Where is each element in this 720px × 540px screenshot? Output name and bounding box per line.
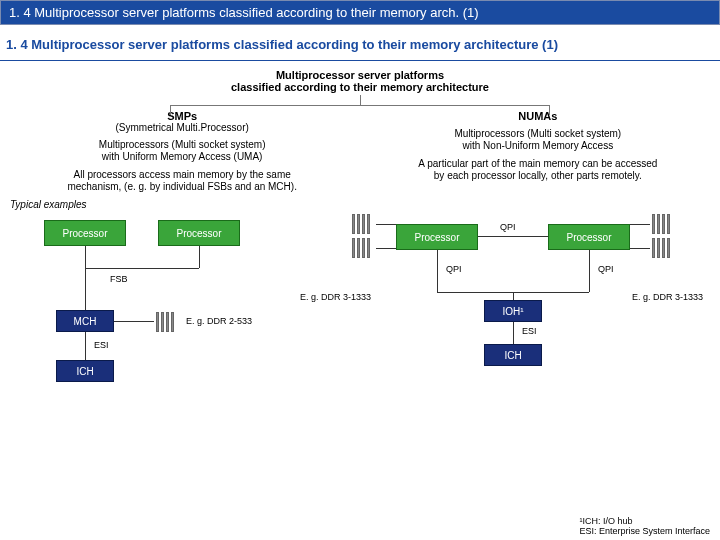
wire (437, 250, 438, 292)
qpi-label-left: QPI (446, 264, 462, 274)
numa-desc1: Multiprocessors (Multi socket system) wi… (374, 128, 702, 152)
wire (85, 246, 86, 280)
tree-hline (170, 105, 550, 106)
qpi-label-right: QPI (598, 264, 614, 274)
ddr2-label: E. g. DDR 2-533 (186, 316, 252, 326)
title-bar: 1. 4 Multiprocessor server platforms cla… (0, 0, 720, 25)
smp-processor-2: Processor (158, 220, 240, 246)
numa-mem-2b (652, 238, 670, 258)
wire (513, 292, 514, 300)
mch-hub: MCH (56, 310, 114, 332)
tree-drop-right (549, 105, 550, 115)
numa-title: NUMAs (374, 110, 702, 122)
ddr3-label-left: E. g. DDR 3-1333 (300, 292, 371, 302)
footnote-1: ¹ICH: I/O hub (579, 516, 710, 526)
smp-title: SMPs (18, 110, 346, 122)
numa-desc2: A particular part of the main memory can… (374, 158, 702, 182)
wire (376, 248, 396, 249)
smp-sub: (Symmetrical Multi.Processor) (18, 122, 346, 133)
numa-mem-2a (652, 214, 670, 234)
smp-esi-label: ESI (94, 340, 109, 350)
numa-processor-1: Processor (396, 224, 478, 250)
numa-mem-1a (352, 214, 370, 234)
wire (630, 224, 650, 225)
ddr3-label-right: E. g. DDR 3-1333 (632, 292, 703, 302)
tree-drop-left (170, 105, 171, 115)
diagram-area: Processor Processor FSB MCH E. g. DDR 2-… (0, 214, 720, 444)
smp-desc1: Multiprocessors (Multi socket system) wi… (18, 139, 346, 163)
columns: SMPs (Symmetrical Multi.Processor) Multi… (0, 106, 720, 193)
numa-processor-2: Processor (548, 224, 630, 250)
examples-label: Typical examples (0, 199, 720, 210)
wire (85, 332, 86, 360)
qpi-label-top: QPI (500, 222, 516, 232)
ioh-hub: IOH¹ (484, 300, 542, 322)
wire (114, 321, 154, 322)
tree-stem (360, 95, 361, 105)
page-subtitle: 1. 4 Multiprocessor server platforms cla… (0, 29, 720, 61)
numa-esi-label: ESI (522, 326, 537, 336)
numa-column: NUMAs Multiprocessors (Multi socket syst… (374, 106, 702, 193)
wire (513, 322, 514, 344)
tree-root-line2: classified according to their memory arc… (0, 81, 720, 93)
wire (478, 236, 548, 237)
smp-column: SMPs (Symmetrical Multi.Processor) Multi… (18, 106, 346, 193)
smp-memory (156, 312, 174, 332)
footnotes: ¹ICH: I/O hub ESI: Enterprise System Int… (579, 516, 710, 536)
wire (85, 280, 86, 310)
wire (589, 250, 590, 292)
wire (630, 248, 650, 249)
smp-desc2: All processors access main memory by the… (18, 169, 346, 193)
footnote-2: ESI: Enterprise System Interface (579, 526, 710, 536)
numa-ich-hub: ICH (484, 344, 542, 366)
wire (85, 268, 199, 269)
tree-root-line1: Multiprocessor server platforms (0, 69, 720, 81)
wire (376, 224, 396, 225)
fsb-label: FSB (110, 274, 128, 284)
smp-processor-1: Processor (44, 220, 126, 246)
wire (199, 246, 200, 268)
tree-root: Multiprocessor server platforms classifi… (0, 69, 720, 93)
smp-ich-hub: ICH (56, 360, 114, 382)
numa-mem-1b (352, 238, 370, 258)
